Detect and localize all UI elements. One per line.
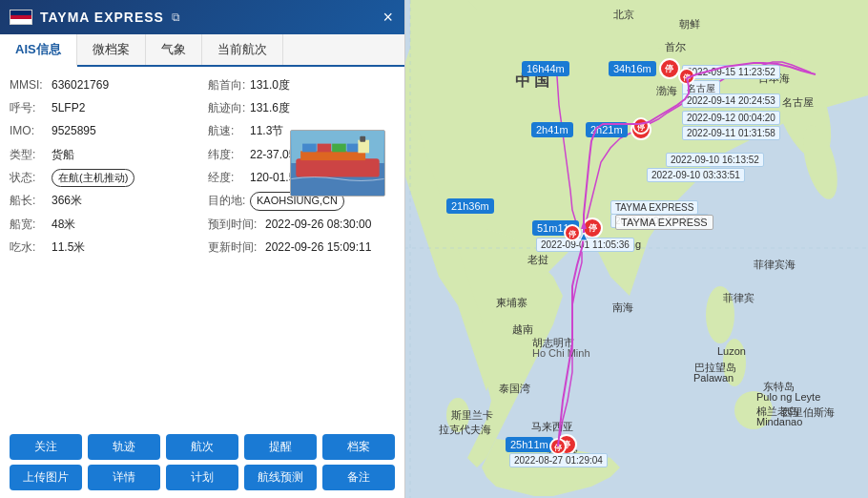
track-button[interactable]: 轨迹: [88, 434, 160, 460]
cog-row: 航迹向: 131.6度: [208, 97, 395, 119]
plan-button[interactable]: 计划: [166, 465, 238, 490]
ship-ais-label: TAYMA EXPRESS: [615, 215, 713, 230]
event-5: 2022-09-11 01:31:58: [682, 126, 780, 140]
svg-rect-31: [300, 151, 365, 160]
tab-voyage[interactable]: 当前航次: [202, 34, 283, 65]
width-value: 48米: [52, 216, 75, 234]
svg-point-11: [734, 391, 773, 429]
speed-value: 11.3节: [250, 122, 283, 140]
svg-rect-32: [302, 144, 317, 153]
svg-rect-30: [296, 158, 379, 176]
remind-button[interactable]: 提醒: [244, 434, 317, 460]
ship-image: [290, 130, 385, 197]
svg-point-12: [446, 398, 469, 432]
width-label: 船宽:: [10, 216, 52, 234]
voyage-button[interactable]: 航次: [166, 434, 238, 460]
external-link-icon[interactable]: ⧉: [172, 10, 180, 24]
callsign-value: 5LFP2: [52, 99, 85, 117]
route-predict-button[interactable]: 航线预测: [244, 465, 317, 490]
info-grid: MMSI: 636021769 呼号: 5LFP2 IMO: 9525895 类…: [10, 74, 395, 428]
heading-label: 船首向:: [208, 76, 250, 94]
draft-label: 吃水:: [10, 239, 52, 257]
speed-label: 航速:: [208, 122, 250, 140]
svg-rect-36: [358, 140, 369, 154]
archive-button[interactable]: 档案: [322, 434, 395, 460]
event-7: 2022-09-10 03:33:51: [647, 168, 745, 182]
type-row: 类型: 货船: [10, 144, 202, 166]
mmsi-label: MMSI:: [10, 76, 52, 94]
ais-content: MMSI: 636021769 呼号: 5LFP2 IMO: 9525895 类…: [0, 67, 404, 498]
imo-value: 9525895: [52, 122, 96, 140]
update-row: 更新时间: 2022-09-26 15:09:11: [208, 237, 395, 259]
width-row: 船宽: 48米: [10, 214, 202, 236]
event-singapore-date: 2022-08-27 01:29:04: [509, 453, 608, 467]
svg-point-14: [553, 442, 563, 451]
close-button[interactable]: ×: [381, 9, 395, 26]
tab-profile[interactable]: 微档案: [77, 34, 146, 65]
callsign-row: 呼号: 5LFP2: [10, 97, 202, 119]
lat-label: 纬度:: [208, 146, 250, 164]
detail-button[interactable]: 详情: [88, 465, 160, 490]
mmsi-row: MMSI: 636021769: [10, 74, 202, 96]
length-row: 船长: 366米: [10, 190, 202, 212]
eta-label: 预到时间:: [208, 216, 265, 234]
status-label: 状态:: [10, 169, 52, 187]
follow-button[interactable]: 关注: [10, 434, 82, 460]
title-bar: TAYMA EXPRESS ⧉ ×: [0, 0, 404, 34]
svg-rect-34: [332, 144, 346, 153]
type-value: 货船: [52, 146, 74, 164]
tabs-bar: AIS信息 微档案 气象 当前航次: [0, 34, 404, 67]
event-3: 2022-09-14 20:24:53: [682, 93, 780, 108]
upload-image-button[interactable]: 上传图片: [10, 465, 82, 490]
tab-weather[interactable]: 气象: [146, 34, 202, 65]
lon-label: 经度:: [208, 169, 250, 187]
draft-row: 吃水: 11.5米: [10, 237, 202, 259]
svg-point-9: [706, 286, 734, 343]
info-left-col: MMSI: 636021769 呼号: 5LFP2 IMO: 9525895 类…: [10, 74, 202, 428]
eta-value: 2022-09-26 08:30:00: [265, 216, 371, 234]
event-6: 2022-09-10 16:13:52: [666, 153, 764, 167]
length-label: 船长:: [10, 192, 52, 210]
eta-row: 预到时间: 2022-09-26 08:30:00: [208, 214, 395, 236]
length-value: 366米: [52, 192, 82, 210]
note-button[interactable]: 备注: [322, 465, 395, 490]
tab-ais[interactable]: AIS信息: [0, 34, 77, 67]
button-row-2: 上传图片 详情 计划 航线预测 备注: [10, 465, 395, 490]
button-row-1: 关注 轨迹 航次 提醒 档案: [10, 434, 395, 460]
button-area: 关注 轨迹 航次 提醒 档案 上传图片 详情 计划 航线预测 备注: [10, 428, 395, 494]
svg-point-10: [723, 339, 746, 386]
callsign-label: 呼号:: [10, 99, 52, 117]
status-value: 在航(主机推动): [52, 169, 134, 188]
info-right-col: 船首向: 131.0度 航迹向: 131.6度 航速: 11.3节 纬度: 22…: [202, 74, 395, 428]
svg-rect-37: [360, 136, 365, 142]
svg-rect-33: [318, 144, 332, 153]
update-label: 更新时间:: [208, 239, 265, 257]
event-1: 2022-09-15 11:23:52: [682, 65, 780, 79]
mmsi-value: 636021769: [52, 76, 109, 94]
type-label: 类型:: [10, 146, 52, 164]
flag-icon: [10, 10, 32, 25]
event-hk-date: 2022-09-01 11:05:36: [536, 238, 634, 252]
heading-value: 131.0度: [250, 76, 290, 94]
cog-value: 131.6度: [250, 99, 290, 117]
imo-row: IMO: 9525895: [10, 120, 202, 142]
event-tayma: TAYMA EXPRESS: [610, 200, 698, 215]
dest-label: 目的地:: [208, 192, 250, 210]
update-value: 2022-09-26 15:09:11: [265, 239, 371, 257]
panel-title: TAYMA EXPRESS: [40, 10, 164, 25]
event-4: 2022-09-12 00:04:20: [682, 111, 780, 125]
cog-label: 航迹向:: [208, 99, 250, 117]
info-panel: TAYMA EXPRESS ⧉ × AIS信息 微档案 气象 当前航次 MMSI…: [0, 0, 405, 498]
status-row: 状态: 在航(主机推动): [10, 167, 202, 190]
heading-row: 船首向: 131.0度: [208, 74, 395, 96]
imo-label: IMO:: [10, 122, 52, 140]
draft-value: 11.5米: [52, 239, 85, 257]
